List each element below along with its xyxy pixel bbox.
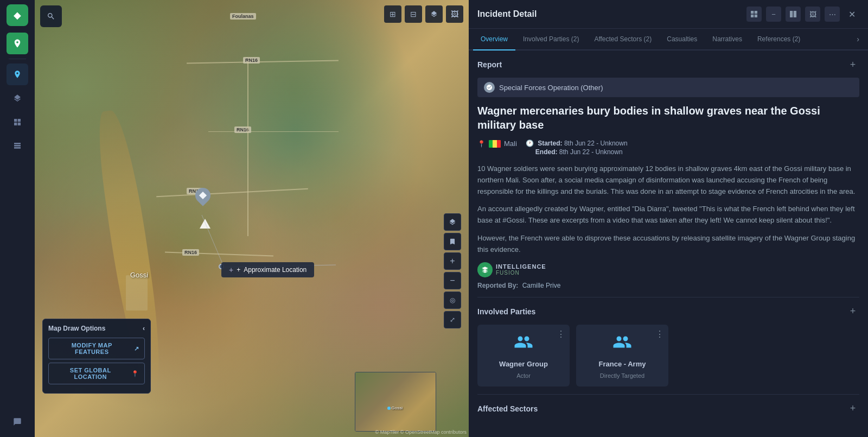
map-draw-title-text: Map Draw Options xyxy=(48,325,105,332)
time-ended: Ended: 8th Jun 22 - Unknown xyxy=(526,148,628,156)
sidebar-divider-1 xyxy=(9,59,26,59)
party-menu-wagner[interactable]: ⋮ xyxy=(557,329,565,339)
map-icon-layers[interactable] xyxy=(425,5,443,23)
panel-action-grid[interactable] xyxy=(746,7,762,22)
source-logo: INTELLIGENCE FUSION xyxy=(477,262,546,277)
map-layers-icon[interactable] xyxy=(444,213,461,231)
map-zoom-out-button[interactable]: − xyxy=(444,272,461,289)
source-name: INTELLIGENCE xyxy=(496,263,546,270)
panel-action-split[interactable] xyxy=(786,7,801,22)
approx-plus-icon: + xyxy=(237,266,240,274)
panel-action-minus[interactable]: − xyxy=(766,7,781,22)
ended-value: 8th Jun 22 - Unknown xyxy=(559,148,623,156)
location-name: Mali xyxy=(504,140,517,148)
sidebar: ◆ xyxy=(0,0,35,437)
location-pin-icon: 📍 xyxy=(477,140,486,148)
party-role-wagner: Actor xyxy=(516,372,531,379)
incident-meta: 📍 Mali 🕐 Started: 8th Jun 22 - Unknown xyxy=(477,140,859,156)
mini-map-bg xyxy=(355,372,436,431)
map-icon-minus[interactable]: ⊟ xyxy=(405,5,422,23)
involved-parties-section: Involved Parties + ⋮ Wagner Group Actor … xyxy=(477,297,859,395)
global-loc-icon: 📍 xyxy=(131,370,139,377)
tab-narratives[interactable]: Narratives xyxy=(705,29,750,50)
reported-by-name: Camille Prive xyxy=(522,282,561,289)
sidebar-item-chat[interactable] xyxy=(7,411,28,433)
gossi-city-area xyxy=(126,275,148,310)
mali-flag xyxy=(489,140,501,148)
modify-btn-label: MODIFY MAP FEATURES xyxy=(54,342,130,355)
time-icon: 🕐 xyxy=(526,140,534,147)
panel-close-button[interactable]: ✕ xyxy=(844,7,859,22)
panel-action-image[interactable]: 🖼 xyxy=(805,7,820,22)
tab-involved-parties[interactable]: Involved Parties (2) xyxy=(515,29,586,50)
incident-description-3: However, the French were able to disprov… xyxy=(477,233,859,256)
map-icon-image[interactable]: 🖼 xyxy=(446,5,463,23)
road-2 xyxy=(208,131,339,132)
involved-parties-header: Involved Parties + xyxy=(477,305,859,318)
map-top-right-controls: ⊞ ⊟ 🖼 xyxy=(384,5,463,23)
map-zoom-in-button[interactable]: + xyxy=(444,252,461,270)
road-3 xyxy=(247,61,248,236)
source-logo-text: INTELLIGENCE FUSION xyxy=(496,263,546,276)
map-bookmark-icon[interactable] xyxy=(444,233,461,250)
report-type-badge: Special Forces Operation (Other) xyxy=(477,78,859,97)
tab-casualties[interactable]: Casualties xyxy=(659,29,705,50)
party-card-wagner: ⋮ Wagner Group Actor xyxy=(477,325,570,387)
affected-sectors-add-button[interactable]: + xyxy=(846,402,859,415)
tab-references[interactable]: References (2) xyxy=(750,29,808,50)
panel-title: Incident Detail xyxy=(477,9,537,26)
approximate-location-tag: + Approximate Location xyxy=(221,262,314,277)
map-zoom-controls: + − ◎ ⤢ xyxy=(444,213,461,328)
marker-pin xyxy=(192,185,214,206)
sidebar-item-table[interactable] xyxy=(7,135,28,157)
sidebar-item-location[interactable] xyxy=(7,33,28,54)
party-menu-france[interactable]: ⋮ xyxy=(655,329,664,339)
tabs-chevron-right[interactable]: › xyxy=(852,30,864,48)
ended-label: Ended: xyxy=(535,148,558,156)
direction-arrow xyxy=(200,219,210,229)
party-name-wagner: Wagner Group xyxy=(499,360,548,368)
panel-content: Report + Special Forces Operation (Other… xyxy=(469,50,868,437)
incident-title: Wagner mercenaries bury bodies in shallo… xyxy=(477,104,859,132)
map-search-button[interactable] xyxy=(40,5,62,27)
started-value: 8th Jun 22 - Unknown xyxy=(564,140,628,147)
map-icon-grid[interactable]: ⊞ xyxy=(384,5,401,23)
panel-action-dots[interactable]: ⋯ xyxy=(825,7,840,22)
set-global-location-button[interactable]: SET GLOBAL LOCATION 📍 xyxy=(48,363,145,384)
report-section-header: Report + xyxy=(477,58,859,71)
map-draw-options-panel: Map Draw Options ‹ MODIFY MAP FEATURES ↗… xyxy=(42,319,151,394)
arrow-shape xyxy=(200,219,210,229)
flag-green xyxy=(489,140,493,148)
approx-location-label: Approximate Location xyxy=(244,266,307,274)
marker-pin-inner xyxy=(199,192,207,199)
flag-red xyxy=(497,140,501,148)
report-type-icon xyxy=(484,82,495,93)
affected-sectors-section: Affected Sectors + xyxy=(477,395,859,429)
tab-affected-sectors[interactable]: Affected Sectors (2) xyxy=(586,29,659,50)
tab-overview[interactable]: Overview xyxy=(473,29,515,50)
modify-btn-icon: ↗ xyxy=(134,345,139,352)
meta-time: 🕐 Started: 8th Jun 22 - Unknown Ended: 8… xyxy=(526,140,628,156)
right-panel: Incident Detail − 🖼 ⋯ ✕ Overview Involve… xyxy=(469,0,868,437)
map-fullscreen-button[interactable]: ⤢ xyxy=(444,311,461,328)
map-draw-collapse-icon[interactable]: ‹ xyxy=(143,325,145,332)
party-icon-wagner xyxy=(514,332,533,356)
app-logo: ◆ xyxy=(7,4,28,26)
sidebar-item-layers[interactable] xyxy=(7,87,28,109)
mini-map-city-label: Gossi xyxy=(392,406,403,410)
modify-map-features-button[interactable]: MODIFY MAP FEATURES ↗ xyxy=(48,338,145,359)
parties-grid: ⋮ Wagner Group Actor ⋮ France - Army Dir… xyxy=(477,325,859,387)
map-compass-button[interactable]: ◎ xyxy=(444,292,461,309)
sidebar-item-pin[interactable] xyxy=(7,64,28,85)
started-label: Started: xyxy=(538,140,562,147)
global-loc-label: SET GLOBAL LOCATION xyxy=(54,367,127,380)
report-add-button[interactable]: + xyxy=(846,58,859,71)
source-sub: FUSION xyxy=(496,270,546,276)
sidebar-item-grid[interactable] xyxy=(7,111,28,133)
map-container[interactable]: Foulanas RN16 RN16 RN16 RN16 Gossi + App… xyxy=(35,0,469,437)
reported-by: Reported By: Camille Prive xyxy=(477,282,859,289)
incident-description-2: An account allegedly created by Wagner, … xyxy=(477,204,859,226)
involved-parties-add-button[interactable]: + xyxy=(846,305,859,318)
source-block: INTELLIGENCE FUSION xyxy=(477,262,859,277)
tabs-container: Overview Involved Parties (2) Affected S… xyxy=(469,29,868,50)
